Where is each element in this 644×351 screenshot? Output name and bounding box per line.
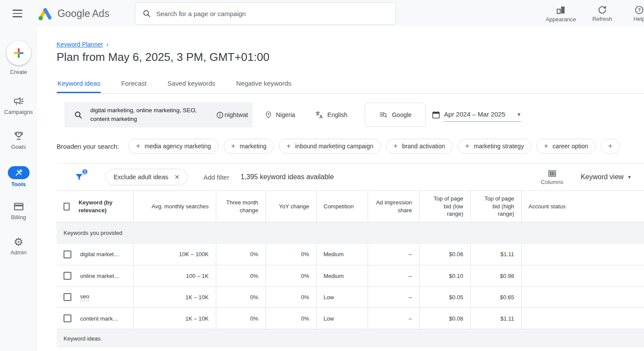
date-range-value: Apr 2024 – Mar 2025 bbox=[444, 110, 505, 118]
sidebar-item-tools[interactable]: Tools bbox=[0, 166, 37, 187]
tab-bar: Keyword ideas Forecast Saved keywords Ne… bbox=[57, 74, 644, 94]
keywords-search-box[interactable]: digital marketing, online marketing, SEO… bbox=[64, 102, 252, 127]
col-bid-low[interactable]: Top of page bid (low range) bbox=[419, 191, 470, 222]
create-plus-icon bbox=[13, 47, 24, 59]
row-checkbox[interactable] bbox=[64, 251, 71, 258]
col-three-month-change[interactable]: Three month change bbox=[216, 191, 265, 222]
broaden-search-row: Broaden your search: +media agency marke… bbox=[57, 139, 644, 164]
keywords-value: digital marketing, online marketing, SEO… bbox=[91, 106, 208, 123]
col-bid-high[interactable]: Top of page bid (high range) bbox=[470, 191, 521, 222]
gear-icon: ⚙ bbox=[13, 237, 23, 247]
svg-text:A: A bbox=[319, 114, 323, 119]
appearance-button[interactable]: Appearance bbox=[546, 5, 576, 23]
page-title: Plan from May 6, 2025, 3 PM, GMT+01:00 bbox=[57, 50, 644, 64]
select-all-checkbox[interactable] bbox=[64, 203, 70, 211]
breadcrumb-chevron-icon: › bbox=[107, 41, 109, 48]
keyword-view-dropdown[interactable]: Keyword view ▼ bbox=[580, 173, 632, 181]
filter-funnel-button[interactable]: 1 bbox=[74, 172, 84, 182]
menu-icon[interactable] bbox=[5, 0, 30, 27]
refresh-icon bbox=[597, 5, 607, 15]
breadcrumb-keyword-planner-link[interactable]: Keyword Planner bbox=[57, 41, 103, 48]
broaden-chip[interactable]: +marketing strategy bbox=[458, 139, 531, 154]
section-keyword-ideas: Keyword ideas bbox=[57, 329, 644, 348]
columns-button[interactable]: Columns bbox=[541, 169, 563, 185]
plus-icon: + bbox=[393, 142, 398, 150]
calendar-icon bbox=[432, 110, 440, 119]
language-selector[interactable]: A English bbox=[315, 110, 347, 119]
table-row: digital market… 10K – 100K 0% 0% Medium … bbox=[57, 244, 644, 265]
svg-text:?: ? bbox=[638, 7, 641, 13]
section-keywords-you-provided: Keywords you provided bbox=[57, 222, 644, 244]
sidebar: Create Campaigns Goals Tools bbox=[0, 27, 37, 351]
col-yoy-change[interactable]: YoY change bbox=[265, 191, 316, 222]
tab-saved-keywords[interactable]: Saved keywords bbox=[167, 74, 216, 93]
global-search[interactable] bbox=[135, 2, 396, 25]
search-icon bbox=[142, 9, 151, 18]
col-competition[interactable]: Competition bbox=[316, 191, 368, 222]
tools-active-pill[interactable] bbox=[8, 166, 30, 179]
sidebar-item-create[interactable]: Create bbox=[0, 41, 37, 75]
keyword-table: Keyword (by relevance) Avg. monthly sear… bbox=[57, 191, 644, 329]
search-icon bbox=[74, 110, 83, 119]
table-row: seo 1K – 10K 0% 0% Low – $0.05 $0.65 bbox=[57, 287, 644, 308]
chevron-down-icon: ▼ bbox=[627, 174, 632, 180]
global-search-input[interactable] bbox=[156, 10, 389, 17]
row-checkbox[interactable] bbox=[64, 293, 71, 301]
table-row: content mark… 1K – 10K 0% 0% Low – $0.08… bbox=[57, 308, 644, 329]
keyword-ideas-count: 1,395 keyword ideas available bbox=[241, 173, 334, 181]
date-range-selector[interactable]: Apr 2024 – Mar 2025 ▼ bbox=[431, 106, 522, 124]
row-checkbox[interactable] bbox=[64, 272, 71, 280]
sidebar-item-campaigns[interactable]: Campaigns bbox=[0, 96, 37, 115]
table-header-row: Keyword (by relevance) Avg. monthly sear… bbox=[57, 191, 644, 222]
appearance-icon bbox=[556, 5, 566, 15]
translate-icon: A bbox=[315, 110, 324, 119]
plus-icon: + bbox=[136, 142, 140, 150]
help-icon: ? bbox=[634, 5, 644, 15]
col-avg-monthly-searches[interactable]: Avg. monthly searches bbox=[133, 191, 216, 222]
broaden-chip[interactable]: +career option bbox=[537, 139, 596, 154]
brand-text: GoogleAds bbox=[57, 8, 110, 20]
google-ads-logo: GoogleAds bbox=[37, 7, 110, 20]
row-checkbox[interactable] bbox=[64, 314, 71, 322]
broaden-chip[interactable]: +media agency marketing bbox=[128, 139, 218, 154]
top-bar: GoogleAds Appearance Refresh ? bbox=[0, 0, 644, 27]
broaden-chip[interactable]: +brand activation bbox=[386, 139, 453, 154]
plus-icon: + bbox=[544, 142, 548, 150]
add-filter-button[interactable]: Add filter bbox=[203, 174, 229, 181]
sidebar-item-billing[interactable]: Billing bbox=[0, 201, 37, 221]
exclude-adult-ideas-chip[interactable]: Exclude adult ideas ✕ bbox=[105, 169, 188, 185]
filter-count-badge: 1 bbox=[81, 168, 88, 175]
info-icon bbox=[216, 111, 224, 119]
filter-bar: 1 Exclude adult ideas ✕ Add filter 1,395… bbox=[57, 164, 644, 191]
search-network-icon bbox=[379, 110, 388, 119]
plus-icon: + bbox=[286, 142, 291, 150]
sidebar-item-goals[interactable]: Goals bbox=[0, 130, 37, 150]
tab-negative-keywords[interactable]: Negative keywords bbox=[235, 74, 292, 93]
tab-keyword-ideas[interactable]: Keyword ideas bbox=[57, 74, 101, 93]
close-icon[interactable]: ✕ bbox=[174, 174, 180, 181]
overlay-text: nightwat bbox=[216, 111, 248, 119]
plus-icon: + bbox=[608, 142, 613, 150]
topbar-actions: Appearance Refresh ? Help bbox=[546, 0, 644, 27]
location-pin-icon bbox=[265, 111, 272, 119]
refresh-button[interactable]: Refresh bbox=[588, 5, 616, 22]
google-ads-logo-icon bbox=[37, 7, 53, 20]
col-account-status[interactable]: Account status bbox=[521, 191, 644, 222]
plus-icon: + bbox=[465, 142, 470, 150]
location-selector[interactable]: Nigeria bbox=[265, 111, 295, 119]
col-ad-impression-share[interactable]: Ad impression share bbox=[368, 191, 419, 222]
broaden-chip[interactable]: +inbound marketing campaign bbox=[279, 139, 381, 154]
sidebar-item-admin[interactable]: ⚙ Admin bbox=[0, 237, 37, 256]
create-button[interactable] bbox=[7, 41, 31, 65]
broaden-chip-partial[interactable]: + bbox=[601, 139, 620, 154]
col-keyword: Keyword (by relevance) bbox=[78, 199, 126, 214]
criteria-row: digital marketing, online marketing, SEO… bbox=[57, 102, 644, 127]
credit-card-icon bbox=[13, 201, 24, 212]
tab-forecast[interactable]: Forecast bbox=[120, 74, 147, 93]
network-selector[interactable]: Google bbox=[365, 103, 426, 127]
columns-icon bbox=[547, 169, 557, 178]
chevron-down-icon: ▼ bbox=[517, 112, 521, 117]
help-button[interactable]: ? Help bbox=[628, 5, 644, 22]
broaden-label: Broaden your search: bbox=[57, 143, 119, 150]
broaden-chip[interactable]: +marketing bbox=[224, 139, 274, 154]
